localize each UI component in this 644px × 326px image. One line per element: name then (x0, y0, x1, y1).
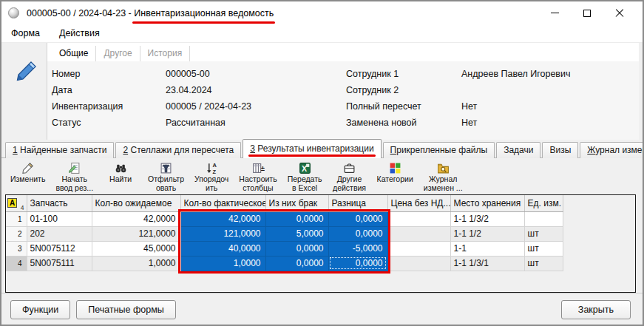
change-log-button[interactable]: Журнализменен ... (419, 160, 467, 194)
field-value-sotrudnik1: Андреев Павел Игоревич (461, 69, 571, 79)
cell-brak[interactable]: 0,0000 (265, 256, 328, 271)
menu-forma[interactable]: Форма (1, 26, 50, 41)
cell-brak[interactable]: 0,0000 (265, 241, 328, 256)
configure-columns-button[interactable]: ± Настроитьстолбцы (234, 160, 281, 194)
cell-ed[interactable]: шт (524, 256, 563, 271)
cell-fakticheskoe[interactable]: 121,0000 (180, 226, 265, 241)
cell-brak[interactable]: 0,0000 (265, 211, 328, 226)
cell-cena[interactable] (387, 226, 450, 241)
cell-ozhidaemoe[interactable]: 42,0000 (92, 211, 180, 226)
col-header-kolvo-ozhidaemoe[interactable]: Кол-во ожидаемое (92, 195, 180, 211)
form-tab-istoriya[interactable]: История (140, 46, 191, 61)
field-label-inventarizaciya: Инвентаризация (52, 101, 166, 112)
tab-zhurnal-izmeneniy[interactable]: Журнал изменений (580, 142, 644, 158)
window-title-highlighted: Инвентаризационная ведомость (134, 8, 274, 18)
app-window: 000005-00 / 2024-04-23 - Инвентаризацион… (0, 0, 644, 326)
functions-button[interactable]: Функции (10, 300, 70, 319)
cell-cena[interactable] (387, 256, 450, 271)
cell-mesto[interactable]: 1-1 1/3/2 (450, 211, 524, 226)
window-title-prefix: 000005-00 / 2024-04-23 - (27, 8, 134, 18)
sort-button[interactable]: AZ Упорядочить (190, 160, 233, 194)
field-label-nomer: Номер (52, 69, 166, 79)
col-header-cena[interactable]: Цена без НД... (387, 195, 450, 211)
other-actions-button[interactable]: Другиедействия (328, 160, 371, 194)
menu-bar: Форма Действия (1, 24, 643, 43)
document-pencil-icon (68, 162, 81, 174)
field-value-nomer: 000005-00 (166, 69, 210, 79)
column-settings-icon[interactable]: A (7, 198, 17, 208)
table-row: 1 01-100 42,0000 42,0000 0,0000 0,0000 1… (6, 211, 563, 226)
pen-icon (13, 59, 38, 84)
start-entry-button[interactable]: Начатьввод рез... (51, 160, 98, 194)
cell-ed[interactable]: шт (524, 241, 563, 256)
maximize-icon (583, 10, 591, 17)
col-header-mesto-hraneniya[interactable]: Место хранения (450, 195, 524, 211)
export-excel-button[interactable]: X Передатьв Excel (283, 160, 327, 194)
cell-raznica[interactable]: -5,0000 (328, 241, 387, 256)
edit-button[interactable]: Изменить (6, 160, 50, 185)
tab-naydennye-zapchasti[interactable]: 1 Найденные запчасти (5, 142, 114, 158)
minimize-icon (551, 13, 559, 13)
col-header-kolvo-fakticheskoe[interactable]: Кол-во фактическое (180, 195, 265, 211)
cell-ed[interactable] (524, 211, 563, 226)
cell-raznica-focused[interactable]: 0,0000 (328, 256, 387, 271)
table-row: 2 202 121,0000 121,0000 5,0000 0,0000 1-… (6, 226, 563, 241)
cell-cena[interactable] (387, 211, 450, 226)
field-value-polnyi-pereschet: Нет (461, 101, 477, 112)
close-form-button[interactable]: Закрыть (561, 300, 631, 319)
form-tab-drugoe[interactable]: Другое (96, 46, 140, 61)
tab-prikreplennye-fayly[interactable]: Прикрепленные файлы (383, 142, 495, 158)
field-label-status: Статус (52, 118, 166, 128)
categories-button[interactable]: Категории (373, 160, 418, 185)
results-grid: A4 Запчасть Кол-во ожидаемое Кол-во факт… (5, 194, 636, 293)
filter-button[interactable]: Отфильтровать (143, 160, 189, 194)
cell-mesto[interactable]: 1-1 1/3/1 (450, 256, 524, 271)
col-header-zapchast[interactable]: Запчасть (27, 195, 92, 211)
close-button[interactable] (609, 5, 631, 21)
cell-cena[interactable] (387, 241, 450, 256)
cell-brak[interactable]: 5,0000 (265, 226, 328, 241)
find-button[interactable]: Найти (99, 160, 142, 185)
row-number[interactable]: 4 (6, 256, 27, 271)
print-forms-button[interactable]: Печатные формы (76, 300, 176, 319)
field-label-data: Дата (52, 85, 166, 95)
row-count: 4 (21, 204, 24, 211)
form-panel: Общие Другое История Номер000005-00 Дата… (1, 43, 643, 140)
tab-vizy[interactable]: Визы (542, 142, 578, 158)
cell-mesto[interactable]: 1-1 (450, 241, 524, 256)
cell-mesto[interactable]: 1-1 1/2 (450, 226, 524, 241)
cell-zapchast[interactable]: 5N0075111 (27, 256, 92, 271)
grid-corner-cell[interactable]: A4 (6, 195, 27, 211)
field-value-zamenena-novoy: Нет (461, 118, 477, 128)
row-number[interactable]: 1 (6, 211, 27, 226)
maximize-button[interactable] (576, 5, 598, 21)
footer-bar: Функции Печатные формы Закрыть (1, 293, 643, 325)
cell-fakticheskoe[interactable]: 1,0000 (180, 256, 265, 271)
tab-stellazhi[interactable]: 2 Стеллажи для пересчета (115, 142, 241, 158)
cell-ozhidaemoe[interactable]: 1,0000 (92, 256, 180, 271)
cell-fakticheskoe[interactable]: 42,0000 (180, 211, 265, 226)
tab-rezultaty-inventarizacii[interactable]: 3 Результаты инвентаризации (243, 139, 381, 158)
field-value-inventarizaciya: 000005 / 2024-04-23 (166, 101, 251, 112)
col-header-iz-nih-brak[interactable]: Из них брак (265, 195, 328, 211)
col-header-raznica[interactable]: Разница (328, 195, 387, 211)
row-number[interactable]: 3 (6, 241, 27, 256)
form-tab-obschie[interactable]: Общие (52, 46, 96, 61)
cell-ozhidaemoe[interactable]: 45,0000 (92, 241, 180, 256)
field-value-data: 23.04.2024 (166, 85, 212, 95)
field-label-polnyi-pereschet: Полный пересчет (346, 101, 461, 112)
row-number[interactable]: 2 (6, 226, 27, 241)
col-header-ed-izm[interactable]: Ед. изм. (524, 195, 563, 211)
cell-zapchast[interactable]: 5N0075112 (27, 241, 92, 256)
cell-raznica[interactable]: 0,0000 (328, 226, 387, 241)
tab-zadachi[interactable]: Задачи (496, 142, 540, 158)
binoculars-icon (115, 162, 127, 174)
cell-raznica[interactable]: 0,0000 (328, 211, 387, 226)
cell-zapchast[interactable]: 01-100 (27, 211, 92, 226)
cell-ozhidaemoe[interactable]: 121,0000 (92, 226, 180, 241)
minimize-button[interactable] (543, 5, 566, 21)
cell-zapchast[interactable]: 202 (27, 226, 92, 241)
cell-fakticheskoe[interactable]: 40,0000 (180, 241, 265, 256)
menu-deystviya[interactable]: Действия (50, 26, 109, 41)
cell-ed[interactable]: шт (524, 226, 563, 241)
